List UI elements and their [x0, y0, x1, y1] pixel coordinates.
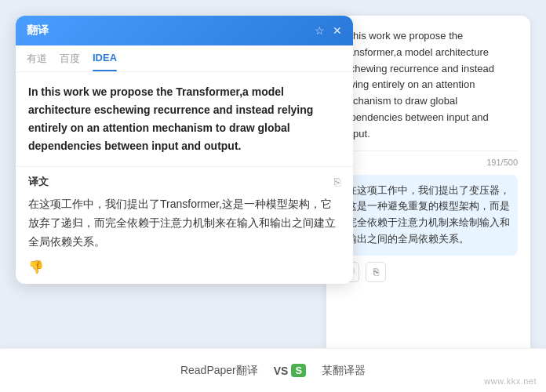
char-count: 191/500: [339, 158, 518, 167]
source-text: In this work we propose the Transformer,…: [28, 83, 340, 155]
tab-baidu[interactable]: 百度: [60, 52, 80, 71]
right-translated-text: 在这项工作中，我们提出了变压器，这是一种避免重复的模型架构，而是完全依赖于注意力…: [339, 175, 518, 256]
thumbdown-icon[interactable]: 👎: [28, 260, 340, 274]
vs-label: VS: [274, 365, 289, 377]
translation-area: 译文 ⎘ 在这项工作中，我们提出了Transformer,这是一种模型架构，它放…: [16, 167, 353, 283]
translation-header: 译文 ⎘: [28, 175, 340, 189]
tab-youdao[interactable]: 有道: [27, 52, 47, 71]
watermark: www.kkx.net: [484, 376, 537, 386]
right-panel: In this work we propose the Transformer,…: [326, 16, 530, 361]
close-icon[interactable]: ✕: [333, 24, 342, 37]
card-tabs: 有道 百度 IDEA: [16, 45, 353, 72]
translated-text: 在这项工作中，我们提出了Transformer,这是一种模型架构，它放弃了递归，…: [28, 195, 340, 251]
brand-right: 某翻译器: [322, 364, 366, 378]
right-source-text: In this work we propose the Transformer,…: [339, 28, 518, 151]
translation-label: 译文: [28, 175, 49, 189]
vs-badge: VS S: [274, 364, 306, 377]
card-header: 翻译 ☆ ✕: [16, 16, 353, 45]
brand-left: ReadPaper翻译: [180, 364, 258, 378]
card-title: 翻译: [27, 24, 49, 38]
translation-card: 翻译 ☆ ✕ 有道 百度 IDEA In this work we propos…: [16, 16, 353, 284]
tab-idea[interactable]: IDEA: [93, 52, 117, 71]
copy-translation-icon[interactable]: ⎘: [334, 176, 340, 188]
source-area: In this work we propose the Transformer,…: [16, 72, 353, 167]
vs-s-badge: S: [291, 364, 306, 377]
right-bottom-icons: 🔊 ⎘: [339, 262, 518, 282]
copy-icon-btn[interactable]: ⎘: [366, 262, 386, 282]
pin-icon[interactable]: ☆: [315, 24, 325, 37]
bottom-bar: ReadPaper翻译 VS S 某翻译器: [0, 348, 546, 392]
header-icons: ☆ ✕: [315, 24, 342, 37]
